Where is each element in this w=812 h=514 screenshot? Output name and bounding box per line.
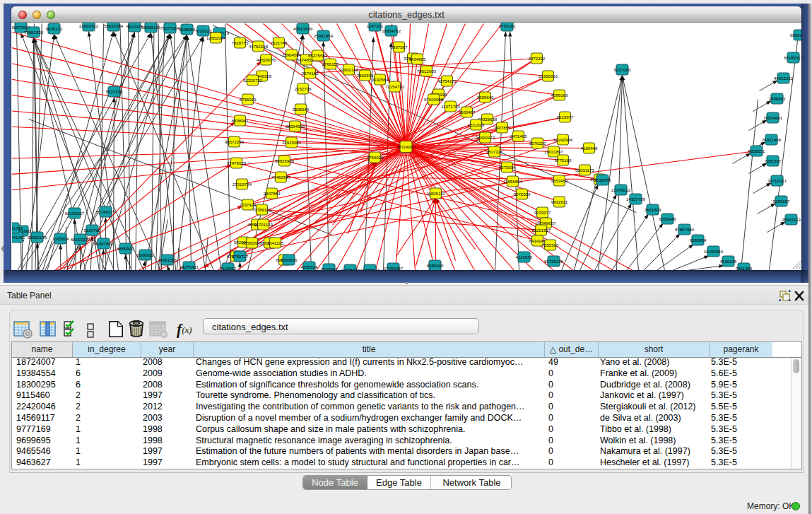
- svg-text:6426212: 6426212: [45, 25, 62, 30]
- svg-text:50242984: 50242984: [553, 136, 572, 141]
- svg-text:17099397: 17099397: [383, 265, 403, 270]
- svg-text:02992148: 02992148: [339, 66, 358, 71]
- svg-text:60195207: 60195207: [64, 210, 84, 215]
- svg-text:19011897: 19011897: [544, 148, 563, 153]
- svg-text:92320732: 92320732: [242, 77, 262, 82]
- svg-text:0753292: 0753292: [498, 23, 515, 28]
- svg-text:53832364: 53832364: [103, 23, 123, 28]
- svg-text:10159964: 10159964: [703, 248, 723, 253]
- svg-text:89739240: 89739240: [543, 258, 563, 263]
- svg-text:98572296: 98572296: [224, 139, 244, 144]
- svg-text:3601899: 3601899: [644, 206, 661, 211]
- svg-text:81497800: 81497800: [93, 240, 113, 245]
- svg-text:2607884: 2607884: [263, 190, 280, 195]
- svg-text:6359151: 6359151: [748, 148, 765, 153]
- svg-text:5624719: 5624719: [83, 227, 100, 232]
- svg-text:6590834: 6590834: [689, 237, 706, 242]
- svg-text:78934641: 78934641: [763, 115, 782, 119]
- svg-text:24361536: 24361536: [157, 257, 177, 262]
- svg-text:2472292: 2472292: [528, 55, 545, 60]
- svg-text:87867980: 87867980: [674, 226, 694, 231]
- svg-text:(x): (x): [182, 325, 192, 335]
- svg-text:5530976: 5530976: [594, 177, 611, 182]
- svg-text:75277204: 75277204: [160, 25, 180, 30]
- svg-text:7811358: 7811358: [735, 265, 752, 270]
- svg-text:7116062: 7116062: [219, 265, 236, 270]
- svg-text:3505646: 3505646: [292, 106, 309, 111]
- svg-text:0102564: 0102564: [371, 76, 388, 81]
- svg-text:22376012: 22376012: [611, 187, 630, 192]
- svg-text:14357789: 14357789: [625, 196, 645, 201]
- svg-text:64291703: 64291703: [12, 225, 23, 230]
- svg-text:65275582: 65275582: [307, 52, 327, 57]
- svg-text:3907857: 3907857: [493, 124, 510, 129]
- svg-text:21930816: 21930816: [538, 73, 558, 78]
- svg-text:16825142: 16825142: [425, 190, 445, 195]
- svg-text:40613589: 40613589: [293, 25, 312, 30]
- svg-text:28915113: 28915113: [782, 216, 801, 221]
- svg-text:2309640: 2309640: [476, 94, 493, 99]
- svg-text:7521748: 7521748: [270, 40, 287, 45]
- svg-text:4754018: 4754018: [366, 154, 383, 159]
- svg-text:11598499: 11598499: [341, 267, 360, 270]
- svg-text:11371703: 11371703: [441, 103, 460, 108]
- svg-text:1341105: 1341105: [266, 240, 283, 245]
- svg-text:18724007: 18724007: [396, 144, 416, 148]
- svg-text:4183448: 4183448: [580, 145, 597, 150]
- svg-text:47460547: 47460547: [271, 174, 290, 179]
- svg-text:79789102: 79789102: [252, 206, 271, 211]
- svg-text:72154732: 72154732: [384, 83, 404, 88]
- svg-text:6237000: 6237000: [613, 66, 630, 71]
- svg-text:7037424: 7037424: [239, 201, 256, 206]
- svg-text:6050948: 6050948: [659, 216, 676, 221]
- svg-text:0615977: 0615977: [556, 114, 573, 119]
- svg-text:99825966: 99825966: [274, 158, 294, 163]
- svg-text:8508941: 8508941: [231, 117, 248, 122]
- svg-text:5259197: 5259197: [772, 198, 789, 203]
- svg-text:4073034: 4073034: [498, 164, 515, 169]
- svg-text:62863175: 62863175: [27, 234, 47, 239]
- svg-text:44762168: 44762168: [248, 43, 268, 48]
- svg-text:1511829: 1511829: [467, 122, 484, 127]
- svg-text:60662839: 60662839: [789, 32, 801, 37]
- svg-text:16701139: 16701139: [254, 221, 273, 226]
- svg-text:34275401: 34275401: [179, 264, 199, 269]
- svg-text:26021498: 26021498: [761, 136, 781, 141]
- svg-text:7281537: 7281537: [764, 158, 781, 163]
- svg-text:88594526: 88594526: [285, 123, 305, 128]
- svg-text:0937567: 0937567: [390, 44, 407, 49]
- svg-text:03954762: 03954762: [381, 28, 401, 33]
- svg-text:3434885: 3434885: [408, 56, 425, 61]
- svg-text:51740175: 51740175: [95, 209, 115, 214]
- svg-text:96820473: 96820473: [475, 134, 495, 139]
- svg-text:6869990: 6869990: [117, 245, 134, 250]
- svg-text:12652064: 12652064: [206, 35, 225, 40]
- svg-text:6756919: 6756919: [239, 96, 256, 101]
- svg-text:27019734: 27019734: [232, 181, 252, 186]
- svg-text:5608656: 5608656: [178, 26, 195, 31]
- svg-text:6341241: 6341241: [12, 234, 25, 239]
- svg-text:42754172: 42754172: [437, 78, 457, 83]
- svg-text:39710321: 39710321: [767, 177, 787, 182]
- svg-text:4116545: 4116545: [515, 254, 532, 259]
- svg-text:87582698: 87582698: [242, 240, 261, 245]
- svg-text:9653459: 9653459: [551, 177, 567, 182]
- svg-text:65185313: 65185313: [783, 54, 801, 59]
- svg-text:07620088: 07620088: [423, 96, 443, 101]
- svg-text:7055500: 7055500: [541, 242, 558, 247]
- svg-text:02631173: 02631173: [575, 167, 594, 172]
- svg-text:4310145: 4310145: [719, 258, 736, 263]
- svg-text:2766155: 2766155: [322, 61, 339, 66]
- svg-text:32915061: 32915061: [281, 139, 301, 144]
- svg-text:15904584: 15904584: [281, 52, 301, 57]
- svg-text:9932611: 9932611: [551, 199, 567, 204]
- svg-text:44529078: 44529078: [256, 57, 276, 62]
- svg-text:3574162: 3574162: [301, 70, 318, 75]
- svg-text:1590026: 1590026: [280, 257, 297, 262]
- svg-text:7928775: 7928775: [231, 40, 248, 45]
- svg-text:4255324: 4255324: [300, 264, 317, 269]
- svg-text:11656804: 11656804: [503, 178, 522, 183]
- svg-text:44912162: 44912162: [773, 75, 793, 80]
- svg-text:22003322: 22003322: [78, 23, 98, 28]
- svg-text:1998663: 1998663: [768, 95, 785, 100]
